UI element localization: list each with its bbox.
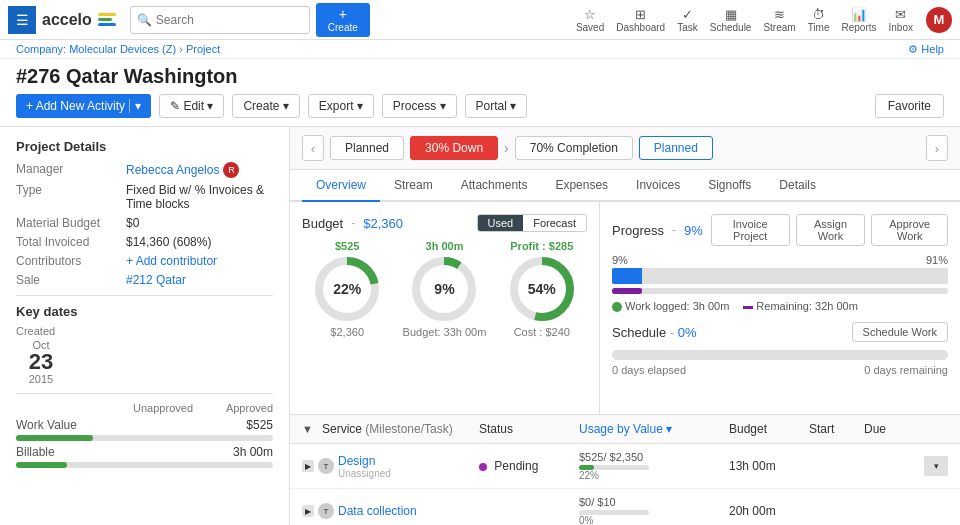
- service-row-2: ▶ T Data collection $0/ $10 0% 20h 00m: [290, 489, 960, 525]
- progress-pct: 9%: [684, 223, 703, 238]
- divider2: [16, 393, 273, 394]
- help-link[interactable]: ⚙ Help: [908, 43, 944, 56]
- budget-dash: -: [351, 216, 355, 230]
- nav-schedule[interactable]: ▦Schedule: [705, 5, 757, 35]
- budget-amount[interactable]: $2,360: [363, 216, 403, 231]
- used-toggle-btn[interactable]: Used: [478, 215, 524, 231]
- service-status-1: Pending: [479, 459, 579, 473]
- budget-toggle: Used Forecast: [477, 214, 587, 232]
- service-name-2[interactable]: Data collection: [338, 504, 417, 518]
- page-header: #276 Qatar Washington + Add New Activity…: [0, 59, 960, 127]
- date-card: Oct 23 2015: [16, 339, 66, 385]
- approved-section: Unapproved Approved Work Value $525 Bill…: [16, 402, 273, 468]
- nav-saved[interactable]: ☆Saved: [571, 5, 609, 35]
- breadcrumb-company[interactable]: Company: Molecular Devices (Z): [16, 43, 176, 55]
- tabs-bar: Overview Stream Attachments Expenses Inv…: [290, 170, 960, 202]
- stage-bar: ‹ Planned 30% Down › 70% Completion Plan…: [290, 127, 960, 170]
- type-label: Type: [16, 183, 126, 211]
- billable-label: Billable: [16, 445, 113, 459]
- create-button[interactable]: + Create: [316, 3, 370, 37]
- assign-work-btn[interactable]: Assign Work: [796, 214, 866, 246]
- tab-details[interactable]: Details: [765, 170, 830, 202]
- edit-button[interactable]: ✎ Edit ▾: [159, 94, 224, 118]
- nav-dashboard[interactable]: ⊞Dashboard: [611, 5, 670, 35]
- breadcrumb-project[interactable]: Project: [186, 43, 220, 55]
- work-value-approved: $525: [193, 418, 273, 432]
- manager-avatar: R: [223, 162, 239, 178]
- stage-prev-button[interactable]: ‹: [302, 135, 324, 161]
- sale-row: Sale #212 Qatar: [16, 273, 273, 287]
- nav-stream[interactable]: ≋Stream: [758, 5, 800, 35]
- menu-button[interactable]: ☰: [8, 6, 36, 34]
- stage-70-completion[interactable]: 70% Completion: [515, 136, 633, 160]
- portal-button[interactable]: Portal ▾: [465, 94, 528, 118]
- material-budget-row: Material Budget $0: [16, 216, 273, 230]
- service-col-usage[interactable]: Usage by Value ▾: [579, 422, 729, 436]
- service-col-start: Start: [809, 422, 864, 436]
- tab-overview[interactable]: Overview: [302, 170, 380, 202]
- billable-approved: 3h 00m: [193, 445, 273, 459]
- schedule-bar-track: [612, 350, 948, 360]
- service-budget-2: 20h 00m: [729, 504, 809, 518]
- add-contributor-link[interactable]: + Add contributor: [126, 254, 217, 268]
- expand-btn-2[interactable]: ▶: [302, 505, 314, 517]
- left-sidebar: Project Details Manager Rebecca Angelos …: [0, 127, 290, 525]
- stage-planned-blue[interactable]: Planned: [639, 136, 713, 160]
- service-col-budget: Budget: [729, 422, 809, 436]
- expand-btn-1[interactable]: ▶: [302, 460, 314, 472]
- create-project-button[interactable]: Create ▾: [232, 94, 299, 118]
- export-button[interactable]: Export ▾: [308, 94, 374, 118]
- tab-signoffs[interactable]: Signoffs: [694, 170, 765, 202]
- service-name-1[interactable]: Design: [338, 454, 375, 468]
- top-nav: ☰ accelo 🔍 + Create ☆Saved ⊞Dashboard ✓T…: [0, 0, 960, 40]
- add-activity-button[interactable]: + Add New Activity▾: [16, 94, 151, 118]
- forecast-toggle-btn[interactable]: Forecast: [523, 215, 586, 231]
- total-invoiced-label: Total Invoiced: [16, 235, 126, 249]
- tab-attachments[interactable]: Attachments: [447, 170, 542, 202]
- divider1: [16, 295, 273, 296]
- type-value: Fixed Bid w/ % Invoices & Time blocks: [126, 183, 273, 211]
- search-input[interactable]: [156, 13, 286, 27]
- schedule-labels: 0 days elapsed 0 days remaining: [612, 364, 948, 376]
- page-title: #276 Qatar Washington: [16, 65, 944, 88]
- contributors-label: Contributors: [16, 254, 126, 268]
- material-budget-label: Material Budget: [16, 216, 126, 230]
- stage-30-down[interactable]: 30% Down: [410, 136, 498, 160]
- donut-3-label-bottom: Cost : $240: [514, 326, 570, 338]
- nav-inbox[interactable]: ✉Inbox: [884, 5, 918, 35]
- stage-planned[interactable]: Planned: [330, 136, 404, 160]
- search-box[interactable]: 🔍: [130, 6, 310, 34]
- service-col-service: Service (Milestone/Task): [322, 422, 479, 436]
- tab-stream[interactable]: Stream: [380, 170, 447, 202]
- tab-invoices[interactable]: Invoices: [622, 170, 694, 202]
- nav-reports[interactable]: 📊Reports: [837, 5, 882, 35]
- donut-2-label-bottom: Budget: 33h 00m: [403, 326, 487, 338]
- process-button[interactable]: Process ▾: [382, 94, 457, 118]
- right-content: ‹ Planned 30% Down › 70% Completion Plan…: [290, 127, 960, 525]
- nav-time[interactable]: ⏱Time: [803, 5, 835, 35]
- nav-task[interactable]: ✓Task: [672, 5, 703, 35]
- service-table: ▼ Service (Milestone/Task) Status Usage …: [290, 414, 960, 525]
- manager-value: Rebecca Angelos R: [126, 162, 239, 178]
- service-dropdown-1[interactable]: ▾: [924, 456, 948, 476]
- main-layout: Project Details Manager Rebecca Angelos …: [0, 127, 960, 525]
- progress-bar-track: [612, 268, 948, 284]
- sale-value[interactable]: #212 Qatar: [126, 273, 186, 287]
- stage-next-button[interactable]: ›: [926, 135, 948, 161]
- manager-link[interactable]: Rebecca Angelos: [126, 163, 219, 177]
- manager-label: Manager: [16, 162, 126, 178]
- approved-header: Approved: [193, 402, 273, 414]
- service-type-icon-2: T: [318, 503, 334, 519]
- progress-bar-labels: 9% 91%: [612, 254, 948, 266]
- approve-work-btn[interactable]: Approve Work: [871, 214, 948, 246]
- favorite-button[interactable]: Favorite: [875, 94, 944, 118]
- budget-title: Budget: [302, 216, 343, 231]
- user-avatar[interactable]: M: [926, 7, 952, 33]
- material-budget-value: $0: [126, 216, 139, 230]
- schedule-work-btn[interactable]: Schedule Work: [852, 322, 948, 342]
- progress-title: Progress: [612, 223, 664, 238]
- total-invoiced-row: Total Invoiced $14,360 (608%): [16, 235, 273, 249]
- service-row-1: ▶ T Design Unassigned Pending $525/ $2,3…: [290, 444, 960, 489]
- tab-expenses[interactable]: Expenses: [541, 170, 622, 202]
- invoice-project-btn[interactable]: Invoice Project: [711, 214, 790, 246]
